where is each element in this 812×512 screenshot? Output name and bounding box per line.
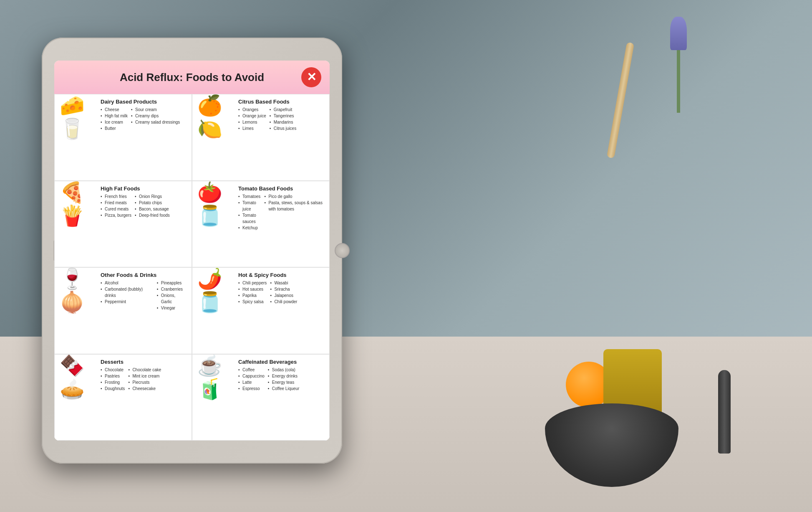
home-button[interactable]: [335, 243, 350, 258]
highfat-title: High Fat Foods: [101, 185, 187, 192]
tomato-lists: Tomatoes Tomato juice Tomato sauces Ketc…: [238, 193, 324, 231]
card-title: Acid Reflux: Foods to Avoid: [83, 71, 301, 84]
list-item: Wasabi: [270, 280, 297, 286]
desserts-list-2: Chocolate cake Mint ice cream Piecrusts …: [128, 367, 161, 392]
highfat-list-2: Onion Rings Potato chips Bacon, sausage …: [135, 193, 170, 218]
dairy-list-2: Sour cream Creamy dips Creamy salad dres…: [131, 106, 180, 132]
highfat-list-1: French fries Fried meats Cured meats Piz…: [101, 193, 131, 218]
list-item: Cranberries: [157, 286, 187, 292]
cell-dairy: 🧀🥛 Dairy Based Products Cheese High fat …: [54, 94, 192, 181]
list-item: Chocolate cake: [128, 367, 161, 373]
spicy-title: Hot & Spicy Foods: [238, 272, 324, 278]
list-item: Limes: [238, 125, 266, 132]
card-header: Acid Reflux: Foods to Avoid ✕: [54, 61, 330, 94]
caffeine-lists: Coffee Cappuccino Latte Espresso Sodas (…: [238, 367, 324, 392]
tomato-list-1: Tomatoes Tomato juice Tomato sauces Ketc…: [238, 193, 261, 231]
list-item: Grapefruit: [270, 106, 296, 113]
list-item: Creamy salad dressings: [131, 119, 180, 125]
dairy-lists: Cheese High fat milk Ice cream Butter So…: [101, 106, 187, 132]
list-item: Pasta, stews, soups & salsas with tomato…: [264, 200, 324, 212]
highfat-icon: 🍕🍟: [60, 185, 97, 223]
list-item: Orange juice: [238, 113, 266, 119]
list-item: Creamy dips: [131, 113, 180, 119]
list-item: Deep-fried foods: [135, 212, 170, 218]
dairy-list-1: Cheese High fat milk Ice cream Butter: [101, 106, 128, 132]
list-item: Pico de gallo: [264, 193, 324, 200]
citrus-content: Citrus Based Foods Oranges Orange juice …: [238, 99, 324, 132]
caffeine-list-1: Coffee Cappuccino Latte Espresso: [238, 367, 265, 392]
list-item: Bacon, sausage: [135, 206, 170, 212]
list-item: Butter: [101, 125, 128, 132]
list-item: Sour cream: [131, 106, 180, 113]
list-item: Onions, Garlic: [157, 292, 187, 305]
list-item: Hot sauces: [238, 286, 267, 292]
list-item: Chocolate: [101, 367, 125, 373]
desserts-title: Desserts: [101, 359, 187, 365]
list-item: Energy drinks: [268, 373, 299, 379]
list-item: Potato chips: [135, 200, 170, 206]
other-lists: Alcohol Carbonated (bubbly) drinks Peppe…: [101, 280, 187, 311]
caffeine-icon: ☕🧃: [197, 359, 235, 396]
food-grid: 🧀🥛 Dairy Based Products Cheese High fat …: [54, 94, 330, 441]
list-item: Chili peppers: [238, 280, 267, 286]
list-item: Coffee Liqueur: [268, 385, 299, 392]
desserts-list-1: Chocolate Pastries Frosting Doughnuts: [101, 367, 125, 392]
list-item: Jalapenos: [270, 292, 297, 299]
desserts-lists: Chocolate Pastries Frosting Doughnuts Ch…: [101, 367, 187, 392]
ipad-screen: Acid Reflux: Foods to Avoid ✕ 🧀🥛 Dairy B…: [54, 61, 330, 441]
list-item: Piecrusts: [128, 379, 161, 385]
dairy-title: Dairy Based Products: [101, 99, 187, 105]
list-item: High fat milk: [101, 113, 128, 119]
list-item: Ice cream: [101, 119, 128, 125]
dairy-content: Dairy Based Products Cheese High fat mil…: [101, 99, 187, 132]
flowers-decoration: [662, 17, 695, 100]
list-item: Mandarins: [270, 119, 296, 125]
list-item: Ketchup: [238, 225, 261, 231]
close-icon: ✕: [307, 71, 316, 83]
ipad-device: Acid Reflux: Foods to Avoid ✕ 🧀🥛 Dairy B…: [42, 38, 342, 464]
other-title: Other Foods & Drinks: [101, 272, 187, 278]
close-button[interactable]: ✕: [301, 67, 321, 87]
other-list-2: Pineapples Cranberries Onions, Garlic Vi…: [157, 280, 187, 311]
list-item: Fried meats: [101, 200, 131, 206]
tomato-content: Tomato Based Foods Tomatoes Tomato juice…: [238, 185, 324, 231]
list-item: Cured meats: [101, 206, 131, 212]
list-item: Cappuccino: [238, 373, 265, 379]
other-list-1: Alcohol Carbonated (bubbly) drinks Peppe…: [101, 280, 154, 311]
list-item: Pizza, burgers: [101, 212, 131, 218]
pestle-decoration: [718, 370, 731, 454]
list-item: Alcohol: [101, 280, 154, 286]
list-item: Sriracha: [270, 286, 297, 292]
cell-caffeine: ☕🧃 Caffeinated Beverages Coffee Cappucci…: [192, 354, 330, 441]
cell-other: 🍷🧅 Other Foods & Drinks Alcohol Carbonat…: [54, 267, 192, 354]
list-item: Espresso: [238, 385, 265, 392]
list-item: Cheese: [101, 106, 128, 113]
list-item: Lemons: [238, 119, 266, 125]
cell-desserts: 🍫🥧 Desserts Chocolate Pastries Frosting …: [54, 354, 192, 441]
cell-citrus: 🍊🍋 Citrus Based Foods Oranges Orange jui…: [192, 94, 330, 181]
list-item: Tomato sauces: [238, 212, 261, 225]
spicy-content: Hot & Spicy Foods Chili peppers Hot sauc…: [238, 272, 324, 305]
citrus-lists: Oranges Orange juice Lemons Limes Grapef…: [238, 106, 324, 132]
list-item: Latte: [238, 379, 265, 385]
other-content: Other Foods & Drinks Alcohol Carbonated …: [101, 272, 187, 311]
list-item: Vinegar: [157, 305, 187, 311]
list-item: Citrus juices: [270, 125, 296, 132]
desserts-icon: 🍫🥧: [60, 359, 97, 396]
spicy-list-2: Wasabi Sriracha Jalapenos Chili powder: [270, 280, 297, 305]
list-item: Coffee: [238, 367, 265, 373]
caffeine-list-2: Sodas (cola) Energy drinks Energy teas C…: [268, 367, 299, 392]
acid-reflux-card: Acid Reflux: Foods to Avoid ✕ 🧀🥛 Dairy B…: [54, 61, 330, 441]
spicy-icon: 🌶️🫙: [197, 272, 235, 309]
list-item: Energy teas: [268, 379, 299, 385]
list-item: Chili powder: [270, 299, 297, 305]
list-item: Tomato juice: [238, 200, 261, 212]
caffeine-title: Caffeinated Beverages: [238, 359, 324, 365]
dairy-icon: 🧀🥛: [60, 99, 97, 136]
other-icon: 🍷🧅: [60, 272, 97, 309]
highfat-content: High Fat Foods French fries Fried meats …: [101, 185, 187, 218]
tomato-icon: 🍅🫙: [197, 185, 235, 223]
list-item: Oranges: [238, 106, 266, 113]
desserts-content: Desserts Chocolate Pastries Frosting Dou…: [101, 359, 187, 392]
list-item: Frosting: [101, 379, 125, 385]
